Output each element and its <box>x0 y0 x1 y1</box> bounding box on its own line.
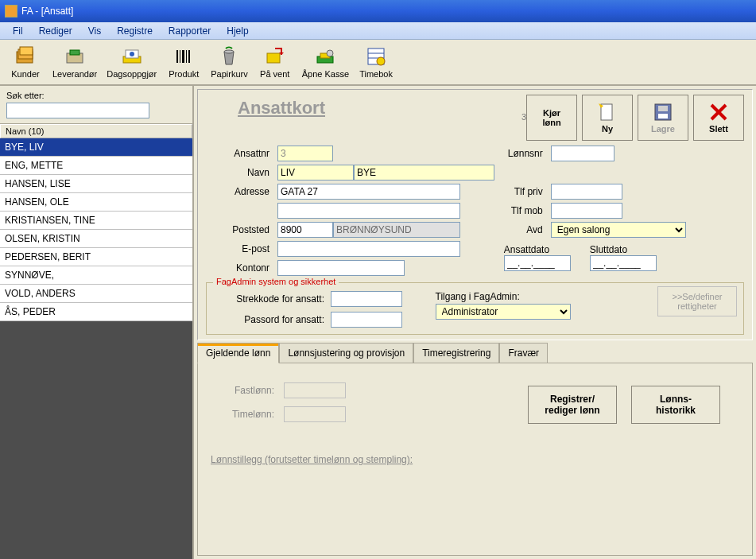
search-box: Søk etter: <box>0 86 192 124</box>
lbl-kontonr: Kontonr <box>206 262 277 274</box>
toolbar: Kunder Leverandør Dagsoppgjør Produkt Pa… <box>0 40 756 86</box>
lbl-navn: Navn <box>206 167 277 178</box>
rights-button[interactable]: >>Se/definer rettigheter <box>657 286 737 316</box>
ansattdato-field[interactable] <box>504 255 571 271</box>
kontonr-field[interactable] <box>277 260 405 276</box>
sluttdato-field[interactable] <box>590 255 657 271</box>
svg-rect-2 <box>20 47 33 55</box>
lbl-ansattdato: Ansattdato <box>504 244 574 255</box>
lonnsnr-field[interactable] <box>551 146 614 161</box>
app-icon <box>5 5 17 17</box>
toolbar-papirkurv[interactable]: Papirkurv <box>206 44 252 80</box>
lbl-timelonn: Timelønn: <box>211 409 274 420</box>
list-item[interactable]: ENG, METTE <box>0 157 192 175</box>
lbl-fastlonn: Fastlønn: <box>211 385 274 396</box>
svg-point-18 <box>327 50 333 56</box>
list-item[interactable]: VOLD, ANDERS <box>0 285 192 303</box>
employee-list[interactable]: BYE, LIV ENG, METTE HANSEN, LISE HANSEN,… <box>0 138 192 559</box>
toolbar-kunder[interactable]: Kunder <box>3 44 48 80</box>
tab-lonnsjustering[interactable]: Lønnsjustering og provisjon <box>279 343 413 363</box>
folder-stack-icon <box>14 45 37 68</box>
toolbar-apnekasse[interactable]: Åpne Kasse <box>297 44 354 80</box>
lbl-poststed: Poststed <box>206 224 277 235</box>
run-salary-button[interactable]: Kjør lønn <box>526 95 577 141</box>
new-button[interactable]: Ny <box>582 95 633 141</box>
menu-rediger[interactable]: Rediger <box>31 23 80 39</box>
menu-registre[interactable]: Registre <box>109 23 161 39</box>
adresse1-field[interactable] <box>277 184 460 200</box>
adresse2-field[interactable] <box>277 203 460 219</box>
lbl-access: Tilgang i FagAdmin: <box>436 291 547 302</box>
barcode-field[interactable] <box>331 291 402 307</box>
menu-hjelp[interactable]: Hjelp <box>219 23 256 39</box>
svg-rect-11 <box>186 50 187 63</box>
barcode-icon <box>173 45 195 68</box>
register-salary-button[interactable]: Registrer/ rediger lønn <box>528 386 617 424</box>
list-item[interactable]: ÅS, PEDER <box>0 303 192 321</box>
svg-rect-27 <box>658 114 668 118</box>
tab-content: Fastlønn: Timelønn: Registrer/ rediger l… <box>197 363 753 556</box>
svg-rect-8 <box>176 50 178 63</box>
lbl-avd: Avd <box>504 224 548 235</box>
left-pane: Søk etter: Navn (10) BYE, LIV ENG, METTE… <box>0 86 194 559</box>
fornavn-field[interactable] <box>277 165 354 181</box>
window-title: FA - [Ansatt] <box>21 6 73 17</box>
svg-rect-26 <box>658 106 668 111</box>
tab-fravaer[interactable]: Fravær <box>499 343 548 363</box>
new-doc-icon <box>597 102 618 122</box>
menu-rapporter[interactable]: Rapporter <box>161 23 219 39</box>
salary-history-button[interactable]: Lønns- historikk <box>631 386 720 424</box>
lbl-lonnsnr: Lønnsnr <box>504 148 548 159</box>
search-input[interactable] <box>6 103 149 118</box>
poststed-field <box>333 222 460 238</box>
svg-rect-4 <box>70 50 79 55</box>
salary-addon-link[interactable]: Lønnstillegg (forutsetter timelønn og st… <box>211 454 413 465</box>
menu-vis[interactable]: Vis <box>80 23 109 39</box>
list-item[interactable]: SYNNØVE, <box>0 266 192 285</box>
password-field[interactable] <box>331 312 402 328</box>
svg-rect-10 <box>182 50 184 63</box>
toolbar-produkt[interactable]: Produkt <box>161 44 206 80</box>
lbl-sluttdato: Sluttdato <box>590 244 660 255</box>
toolbar-leverandor[interactable]: Leverandør <box>48 44 102 80</box>
search-label: Søk etter: <box>6 91 186 100</box>
list-item[interactable]: OLSEN, KRISTIN <box>0 230 192 248</box>
tlfmob-field[interactable] <box>551 203 622 219</box>
fastlonn-field <box>284 382 346 398</box>
list-item[interactable]: KRISTIANSEN, TINE <box>0 212 192 230</box>
list-item[interactable]: HANSEN, OLE <box>0 193 192 212</box>
lbl-tlfmob: Tlf mob <box>504 205 548 216</box>
tlfpriv-field[interactable] <box>551 184 622 200</box>
security-legend: FagAdmin system og sikkerhet <box>213 277 339 286</box>
list-item[interactable]: HANSEN, LISE <box>0 175 192 193</box>
tab-timeregistrering[interactable]: Timeregistrering <box>413 343 499 363</box>
svg-rect-23 <box>601 104 612 120</box>
day-settlement-icon <box>121 45 143 68</box>
ansattnr-field[interactable] <box>277 146 333 161</box>
svg-rect-14 <box>267 53 280 63</box>
schedule-icon <box>365 45 387 68</box>
tab-gjeldende-lonn[interactable]: Gjeldende lønn <box>197 343 279 363</box>
list-item[interactable]: BYE, LIV <box>0 138 192 157</box>
access-select[interactable]: Administrator <box>436 304 571 320</box>
open-register-icon <box>314 45 336 68</box>
tab-bar: Gjeldende lønn Lønnsjustering og provisj… <box>197 342 753 363</box>
lbl-barcode: Strekkode for ansatt: <box>213 293 324 305</box>
toolbar-dagsoppgjor[interactable]: Dagsoppgjør <box>102 44 161 80</box>
avd-select[interactable]: Egen salong <box>551 222 686 238</box>
etternavn-field[interactable] <box>354 165 494 181</box>
supplier-icon <box>64 45 86 68</box>
svg-point-22 <box>377 57 385 65</box>
save-button[interactable]: Lagre <box>638 95 688 141</box>
right-pane: Ansattkort 3 Kjør lønn Ny Lagre <box>194 86 756 559</box>
lbl-tlfpriv: Tlf priv <box>504 186 548 197</box>
delete-button[interactable]: Slett <box>693 95 744 141</box>
menu-fil[interactable]: Fil <box>5 23 31 39</box>
timelonn-field <box>284 406 346 422</box>
toolbar-pavent[interactable]: På vent <box>253 44 297 80</box>
postnr-field[interactable] <box>277 222 333 238</box>
toolbar-timebok[interactable]: Timebok <box>354 44 398 80</box>
list-header[interactable]: Navn (10) <box>0 124 192 138</box>
epost-field[interactable] <box>277 241 460 257</box>
list-item[interactable]: PEDERSEN, BERIT <box>0 248 192 266</box>
